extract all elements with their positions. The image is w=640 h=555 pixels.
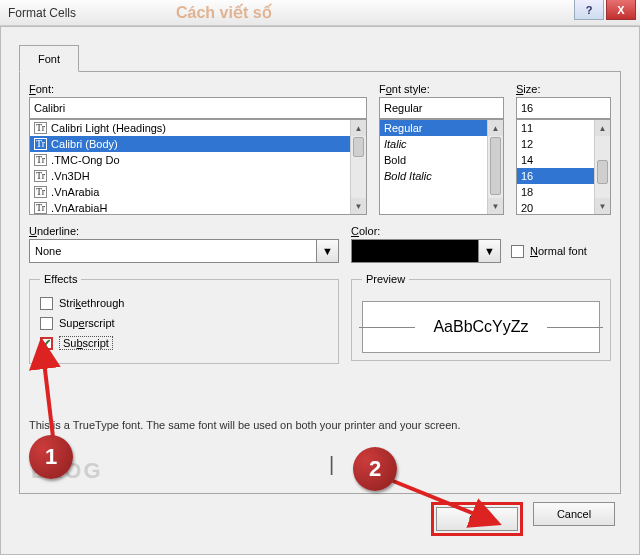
color-dropdown[interactable]: ▼	[351, 239, 501, 263]
list-item: 12	[517, 136, 594, 152]
truetype-icon: Tr	[34, 138, 47, 150]
font-style-label: Font style:	[379, 83, 504, 95]
scroll-down-icon[interactable]: ▼	[351, 198, 366, 214]
list-item: Tr.VnArabia	[30, 184, 350, 200]
scroll-up-icon[interactable]: ▲	[595, 120, 610, 136]
preview-group: Preview AaBbCcYyZz	[351, 273, 611, 361]
truetype-icon: Tr	[34, 122, 47, 134]
tab-label: Font	[38, 53, 60, 65]
scroll-up-icon[interactable]: ▲	[488, 120, 503, 136]
svg-line-0	[43, 353, 53, 437]
list-item: 20	[517, 200, 594, 214]
list-item: Tr.VnArabiaH	[30, 200, 350, 214]
scroll-down-icon[interactable]: ▼	[488, 198, 503, 214]
preview-text: AaBbCcYyZz	[415, 318, 546, 336]
font-input[interactable]	[29, 97, 367, 119]
list-item: Italic	[380, 136, 487, 152]
annotation-step-2: 2	[353, 447, 397, 491]
font-label: Font:	[29, 83, 367, 95]
scroll-down-icon[interactable]: ▼	[595, 198, 610, 214]
scrollbar[interactable]: ▲ ▼	[487, 120, 503, 214]
annotation-arrow-2	[389, 475, 499, 535]
strikethrough-checkbox[interactable]	[40, 297, 53, 310]
size-label: Size:	[516, 83, 611, 95]
scrollbar[interactable]: ▲ ▼	[594, 120, 610, 214]
help-button[interactable]: ?	[574, 0, 604, 20]
underline-label: Underline:	[29, 225, 339, 237]
font-listbox[interactable]: TrCalibri Light (Headings) TrCalibri (Bo…	[29, 119, 367, 215]
list-item: 16	[517, 168, 594, 184]
truetype-icon: Tr	[34, 170, 47, 182]
scroll-thumb[interactable]	[597, 160, 608, 184]
truetype-icon: Tr	[34, 154, 47, 166]
list-item: 14	[517, 152, 594, 168]
list-item: Tr.Vn3DH	[30, 168, 350, 184]
list-item: Bold Italic	[380, 168, 487, 184]
scroll-thumb[interactable]	[353, 137, 364, 157]
ghost-overlay-text: Cách viết số	[176, 3, 272, 22]
info-text: This is a TrueType font. The same font w…	[29, 419, 611, 431]
color-swatch	[352, 240, 478, 262]
preview-legend: Preview	[362, 273, 409, 285]
size-input[interactable]	[516, 97, 611, 119]
dialog-client: Font Font: TrCalibri Light (Headings) Tr…	[0, 26, 640, 555]
underline-dropdown[interactable]: None ▼	[29, 239, 339, 263]
cancel-button[interactable]: Cancel	[533, 502, 615, 526]
color-label: Color:	[351, 225, 611, 237]
strikethrough-label: Strikethrough	[59, 297, 124, 309]
truetype-icon: Tr	[34, 186, 47, 198]
superscript-checkbox[interactable]	[40, 317, 53, 330]
tab-strip: Font	[19, 45, 621, 71]
list-item: TrCalibri Light (Headings)	[30, 120, 350, 136]
list-item: Tr.TMC-Ong Do	[30, 152, 350, 168]
underline-value: None	[35, 245, 61, 257]
tab-font[interactable]: Font	[19, 45, 79, 72]
annotation-arrow-1	[41, 347, 71, 447]
close-button[interactable]: X	[606, 0, 636, 20]
chevron-down-icon[interactable]: ▼	[317, 239, 339, 263]
font-style-listbox[interactable]: Regular Italic Bold Bold Italic ▲ ▼	[379, 119, 504, 215]
normal-font-checkbox[interactable]	[511, 245, 524, 258]
window-title: Format Cells	[8, 6, 76, 20]
list-item: TrCalibri (Body)	[30, 136, 350, 152]
list-item: Regular	[380, 120, 487, 136]
effects-legend: Effects	[40, 273, 81, 285]
list-item: 18	[517, 184, 594, 200]
svg-line-1	[393, 481, 487, 519]
titlebar: Format Cells Cách viết số ? X	[0, 0, 640, 26]
normal-font-label: Normal font	[530, 245, 587, 257]
truetype-icon: Tr	[34, 202, 47, 214]
font-style-input[interactable]	[379, 97, 504, 119]
list-item: 11	[517, 120, 594, 136]
preview-box: AaBbCcYyZz	[362, 301, 600, 353]
scroll-up-icon[interactable]: ▲	[351, 120, 366, 136]
scrollbar[interactable]: ▲ ▼	[350, 120, 366, 214]
annotation-step-1: 1	[29, 435, 73, 479]
decor-pipe: |	[329, 453, 334, 476]
scroll-thumb[interactable]	[490, 137, 501, 195]
chevron-down-icon[interactable]: ▼	[479, 239, 501, 263]
size-listbox[interactable]: 11 12 14 16 18 20 ▲ ▼	[516, 119, 611, 215]
effects-group: Effects Strikethrough Superscript Subscr…	[29, 273, 339, 364]
superscript-label: Superscript	[59, 317, 115, 329]
list-item: Bold	[380, 152, 487, 168]
